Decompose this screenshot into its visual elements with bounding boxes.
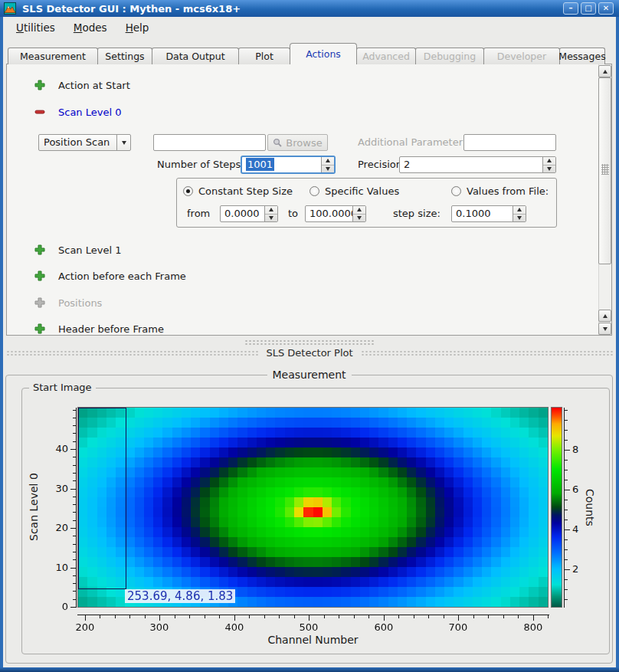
tab-developer: Developer [483, 48, 560, 64]
header-before-frame-row: Header before Frame [34, 323, 164, 335]
x-tick-label: 500 [296, 621, 321, 633]
additional-parameter-input[interactable] [463, 134, 556, 151]
maximize-button[interactable]: □ [581, 2, 596, 15]
window-border-bottom [0, 667, 619, 672]
scrollbar-up-button-2[interactable] [598, 310, 611, 322]
measurement-group: Measurement Start Image Scan Level 0 Cha… [5, 375, 613, 664]
radio-icon [451, 186, 461, 196]
tab-plot[interactable]: Plot [238, 48, 290, 64]
colorbar-minor-tick [565, 589, 568, 590]
title-bar[interactable]: SLS Detector GUI : Mythen - mcs6x18+ – □… [0, 0, 619, 17]
y-axis-tick [70, 607, 76, 608]
colorbar-minor-tick [565, 520, 568, 520]
y-tick-label: 0 [44, 601, 68, 612]
radio-icon [183, 186, 193, 196]
spin-up-button[interactable] [513, 206, 526, 214]
y-axis-minor-tick [73, 575, 76, 576]
spin-down-button[interactable] [543, 165, 555, 173]
y-tick-label: 10 [44, 562, 68, 573]
spin-buttons [542, 157, 555, 172]
plot-dock-title: SLS Detector Plot [266, 347, 352, 359]
scrollbar-down-button[interactable] [598, 323, 611, 335]
splitter-handle[interactable] [244, 339, 375, 345]
radio-values-from-file[interactable]: Values from File: [451, 185, 549, 197]
spin-buttons [321, 157, 334, 172]
x-axis-minor-tick [100, 615, 100, 618]
header-before-frame-label: Header before Frame [58, 323, 164, 335]
spin-up-button[interactable] [543, 157, 555, 165]
window-controls: – □ ✕ [563, 2, 614, 15]
colorbar-minor-tick [565, 420, 568, 421]
tab-actions[interactable]: Actions [290, 43, 357, 64]
x-axis-minor-tick [503, 615, 504, 618]
menu-help[interactable]: Help [119, 19, 156, 36]
dock-texture [361, 350, 613, 356]
y-axis-minor-tick [73, 473, 76, 474]
scrollbar-thumb[interactable] [598, 77, 611, 264]
tab-debugging: Debugging [415, 48, 484, 64]
x-axis-minor-tick [205, 615, 205, 618]
y-axis-minor-tick [73, 544, 76, 545]
x-tick-label: 200 [73, 621, 97, 633]
radio-constant-step-size[interactable]: Constant Step Size [183, 185, 293, 197]
x-axis-minor-tick [145, 615, 146, 618]
y-axis-minor-tick [73, 504, 76, 505]
x-axis-tick [85, 615, 86, 621]
scan-mode-select[interactable]: Position Scan [38, 134, 131, 151]
close-button[interactable]: ✕ [598, 2, 614, 15]
spin-down-button[interactable] [513, 214, 526, 222]
colorbar-tick-label: 8 [572, 444, 578, 455]
step-size-spinbox[interactable]: 0.1000 [451, 205, 526, 222]
colorbar-minor-tick [565, 549, 568, 550]
spin-down-button[interactable] [353, 214, 365, 222]
menu-utilities[interactable]: Utilities [9, 19, 62, 36]
chevron-down-icon [116, 135, 130, 150]
app-icon [4, 2, 16, 15]
scan-script-input[interactable] [153, 134, 266, 151]
add-action-icon[interactable] [34, 323, 45, 334]
add-action-icon[interactable] [34, 80, 45, 90]
spin-up-button[interactable] [265, 206, 277, 214]
add-action-icon[interactable] [34, 244, 45, 255]
add-action-icon[interactable] [34, 270, 45, 281]
spin-up-button[interactable] [353, 206, 365, 214]
colorbar-minor-tick [565, 559, 568, 560]
tab-settings[interactable]: Settings [97, 48, 152, 64]
remove-scan-icon[interactable] [34, 107, 45, 117]
y-axis-minor-tick [73, 425, 76, 426]
tab-measurement[interactable]: Measurement [8, 48, 98, 64]
y-axis-minor-tick [73, 512, 76, 513]
x-axis-minor-tick [175, 615, 175, 618]
spin-down-button[interactable] [322, 165, 334, 173]
minimize-button[interactable]: – [563, 2, 578, 15]
to-spinbox[interactable]: 100.0000 [305, 205, 366, 222]
colorbar-tick [565, 490, 570, 490]
from-spinbox[interactable]: 0.0000 [220, 205, 278, 222]
colorbar-minor-tick [565, 480, 568, 480]
maximize-icon: □ [585, 5, 591, 12]
colorbar-minor-tick [565, 510, 568, 510]
colorbar-minor-tick [565, 410, 568, 411]
scrollbar-up-button[interactable] [598, 65, 611, 77]
spin-up-button[interactable] [322, 157, 334, 165]
x-tick-label: 600 [372, 621, 396, 633]
from-label: from [187, 205, 210, 222]
menu-modes[interactable]: Modes [67, 19, 114, 36]
colorbar-minor-tick [565, 500, 568, 500]
menu-bar: Utilities Modes Help [3, 17, 616, 38]
x-axis-tick [533, 615, 534, 621]
y-axis-minor-tick [73, 457, 76, 457]
precision-spinbox[interactable]: 2 [399, 156, 556, 173]
app-window: SLS Detector GUI : Mythen - mcs6x18+ – □… [0, 0, 619, 672]
tab-data-output[interactable]: Data Output [152, 48, 239, 64]
radio-specific-values[interactable]: Specific Values [310, 185, 399, 197]
tab-messages[interactable]: Messages [559, 48, 605, 64]
x-axis-minor-tick [354, 615, 355, 618]
y-axis-tick [70, 489, 76, 490]
y-axis-title: Scan Level 0 [27, 408, 41, 607]
number-of-steps-spinbox[interactable]: 1001 [241, 156, 336, 174]
y-axis-tick [70, 568, 76, 569]
spin-down-button[interactable] [265, 214, 277, 222]
radio-label: Specific Values [325, 185, 399, 197]
heatmap-canvas[interactable] [77, 407, 549, 608]
